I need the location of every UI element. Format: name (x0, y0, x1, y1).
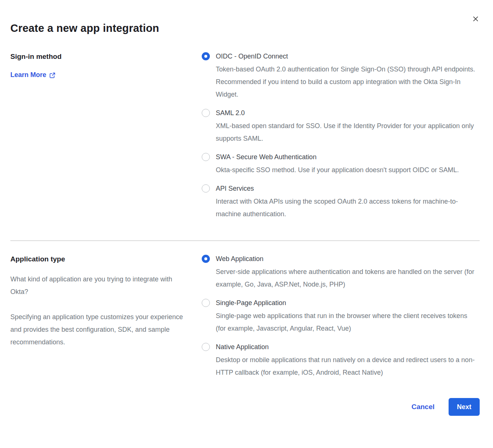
signin-method-heading: Sign-in method (10, 52, 183, 61)
radio-unselected-icon[interactable] (202, 184, 210, 193)
option-label: SAML 2.0 (216, 108, 478, 117)
option-label: API Services (216, 184, 478, 193)
option-label: Native Application (216, 342, 478, 351)
page-title: Create a new app integration (10, 0, 480, 36)
option-label: Web Application (216, 254, 478, 263)
option-label: OIDC - OpenID Connect (216, 52, 478, 61)
close-icon (472, 15, 479, 23)
next-button[interactable]: Next (449, 398, 480, 416)
option-description: Token-based OAuth 2.0 authentication for… (216, 63, 478, 101)
option-description: XML-based open standard for SSO. Use if … (216, 120, 478, 145)
option-description: Desktop or mobile applications that run … (216, 354, 478, 379)
radio-option-web-application[interactable]: Web Application Server-side applications… (202, 254, 480, 291)
close-button[interactable] (471, 14, 480, 24)
application-type-section: Application type What kind of applicatio… (10, 254, 480, 379)
option-description: Server-side applications where authentic… (216, 265, 478, 291)
option-description: Interact with Okta APIs using the scoped… (216, 195, 478, 220)
radio-unselected-icon[interactable] (202, 109, 210, 117)
radio-selected-icon[interactable] (202, 52, 210, 60)
cancel-button[interactable]: Cancel (412, 403, 435, 411)
external-link-icon (49, 71, 56, 78)
option-label: Single-Page Application (216, 298, 478, 307)
option-description: Okta-specific SSO method. Use if your ap… (216, 164, 459, 176)
signin-method-section: Sign-in method Learn More OIDC - OpenID … (10, 52, 480, 220)
radio-unselected-icon[interactable] (202, 343, 210, 351)
application-type-question: What kind of application are you trying … (10, 273, 183, 298)
learn-more-label: Learn More (10, 71, 46, 79)
application-type-note: Specifying an application type customize… (10, 311, 183, 348)
learn-more-link[interactable]: Learn More (10, 71, 56, 79)
radio-selected-icon[interactable] (202, 255, 210, 263)
radio-option-api-services[interactable]: API Services Interact with Okta APIs usi… (202, 184, 480, 220)
radio-option-single-page-application[interactable]: Single-Page Application Single-page web … (202, 298, 480, 335)
create-app-integration-modal: Create a new app integration Sign-in met… (0, 0, 493, 448)
option-label: SWA - Secure Web Authentication (216, 153, 459, 161)
modal-footer: Cancel Next (10, 398, 480, 416)
radio-option-swa[interactable]: SWA - Secure Web Authentication Okta-spe… (202, 153, 480, 176)
application-type-heading: Application type (10, 254, 183, 264)
radio-option-native-application[interactable]: Native Application Desktop or mobile app… (202, 342, 480, 379)
option-description: Single-page web applications that run in… (216, 310, 478, 335)
section-divider (10, 240, 480, 241)
radio-option-oidc[interactable]: OIDC - OpenID Connect Token-based OAuth … (202, 52, 480, 101)
radio-unselected-icon[interactable] (202, 299, 210, 307)
radio-unselected-icon[interactable] (202, 153, 210, 161)
radio-option-saml[interactable]: SAML 2.0 XML-based open standard for SSO… (202, 108, 480, 145)
